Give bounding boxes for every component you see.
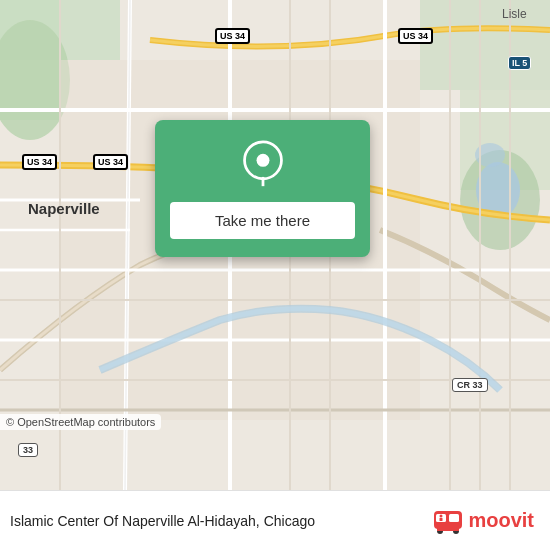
place-name: Islamic Center Of Naperville Al-Hidayah,… bbox=[10, 513, 432, 529]
svg-rect-38 bbox=[440, 518, 443, 521]
location-card: Take me there bbox=[155, 120, 370, 257]
moovit-brand-text: moovit bbox=[468, 509, 534, 532]
bottom-bar: Islamic Center Of Naperville Al-Hidayah,… bbox=[0, 490, 550, 550]
map-attribution: © OpenStreetMap contributors bbox=[0, 414, 161, 430]
route-badge-33: 33 bbox=[18, 443, 38, 457]
svg-rect-36 bbox=[437, 528, 459, 531]
route-badge-us34-2: US 34 bbox=[398, 28, 433, 44]
take-me-there-button[interactable]: Take me there bbox=[170, 202, 355, 239]
moovit-bus-icon bbox=[432, 505, 464, 537]
route-badge-us34-1: US 34 bbox=[215, 28, 250, 44]
svg-text:Lisle: Lisle bbox=[502, 7, 527, 21]
svg-point-37 bbox=[440, 514, 443, 517]
svg-point-30 bbox=[256, 154, 269, 167]
moovit-logo: moovit bbox=[432, 505, 534, 537]
route-badge-cr33: CR 33 bbox=[452, 378, 488, 392]
svg-rect-4 bbox=[420, 0, 550, 90]
city-label: Naperville bbox=[28, 200, 100, 217]
route-badge-us34-3: US 34 bbox=[22, 154, 57, 170]
map-container: Lisle Naperville US 34 US 34 US 34 US 34… bbox=[0, 0, 550, 490]
route-badge-us34-4: US 34 bbox=[93, 154, 128, 170]
route-badge-il5: IL 5 bbox=[508, 56, 531, 70]
location-pin-icon bbox=[239, 140, 287, 188]
svg-rect-33 bbox=[449, 514, 459, 522]
